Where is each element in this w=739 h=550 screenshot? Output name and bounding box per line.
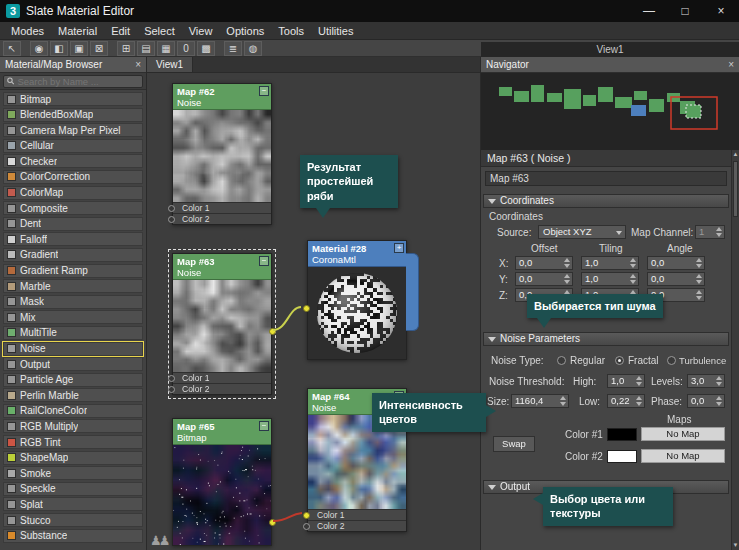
spinner-arrows-icon[interactable] bbox=[629, 274, 637, 284]
radio-fractal-label[interactable]: Fractal bbox=[628, 355, 659, 366]
browser-item-noise[interactable]: Noise bbox=[3, 342, 143, 356]
browser-item[interactable]: Particle Age bbox=[3, 373, 143, 387]
close-icon[interactable]: × bbox=[728, 59, 734, 70]
node-header[interactable]: Map #65 Bitmap − bbox=[173, 419, 271, 445]
pick-material-from-object-icon[interactable]: ◉ bbox=[30, 41, 48, 56]
high-spinner[interactable]: 1,0 bbox=[607, 374, 645, 388]
slot-color2[interactable]: Color 2 bbox=[308, 520, 406, 531]
hide-unused-nodeslots-icon[interactable]: ▤ bbox=[137, 41, 155, 56]
browser-item[interactable]: BlendedBoxMap bbox=[3, 108, 143, 122]
expand-node-icon[interactable]: + bbox=[394, 243, 404, 253]
output-pin[interactable] bbox=[269, 519, 276, 526]
map-channel-spinner[interactable]: 1 bbox=[695, 225, 725, 239]
browser-item[interactable]: Mix bbox=[3, 310, 143, 324]
color2-swatch[interactable] bbox=[607, 450, 637, 463]
input-pin[interactable] bbox=[168, 205, 175, 212]
browser-item[interactable]: Composite bbox=[3, 201, 143, 215]
browser-item[interactable]: MultiTile bbox=[3, 326, 143, 340]
menu-modes[interactable]: Modes bbox=[4, 25, 51, 37]
spinner-arrows-icon[interactable] bbox=[715, 227, 723, 237]
menu-tools[interactable]: Tools bbox=[271, 25, 311, 37]
collapse-node-icon[interactable]: − bbox=[259, 421, 269, 431]
browser-item[interactable]: Falloff bbox=[3, 232, 143, 246]
browser-item-bitmap[interactable]: Bitmap bbox=[3, 92, 143, 106]
input-pin[interactable] bbox=[168, 216, 175, 223]
rollout-coordinates[interactable]: Coordinates bbox=[483, 194, 729, 208]
y-angle-spinner[interactable]: 0,0 bbox=[647, 272, 705, 286]
rollout-noise-parameters[interactable]: Noise Parameters bbox=[483, 332, 729, 346]
browser-item[interactable]: RGB Multiply bbox=[3, 419, 143, 433]
node-name-field[interactable]: Map #63 bbox=[485, 171, 727, 186]
browser-item[interactable]: Cellular bbox=[3, 139, 143, 153]
menu-options[interactable]: Options bbox=[219, 25, 271, 37]
params-scrollbar[interactable]: ▲ ▼ bbox=[731, 150, 739, 550]
phase-spinner[interactable]: 0,0 bbox=[687, 394, 725, 408]
maximize-button[interactable]: □ bbox=[667, 0, 703, 22]
spinner-arrows-icon[interactable] bbox=[559, 396, 567, 406]
show-shaded-material-icon[interactable]: 0 bbox=[177, 41, 195, 56]
browser-item[interactable]: ColorCorrection bbox=[3, 170, 143, 184]
output-pin[interactable] bbox=[269, 328, 276, 335]
x-offset-spinner[interactable]: 0,0 bbox=[515, 256, 573, 270]
browser-item[interactable]: ColorMap bbox=[3, 186, 143, 200]
browser-item[interactable]: Gradient Ramp bbox=[3, 264, 143, 278]
menu-edit[interactable]: Edit bbox=[104, 25, 137, 37]
y-offset-spinner[interactable]: 0,0 bbox=[515, 272, 573, 286]
node-material28[interactable]: Material #28 CoronaMtl + bbox=[307, 240, 407, 360]
material-preview-update-icon[interactable]: ◍ bbox=[244, 41, 262, 56]
browser-item[interactable]: Output bbox=[3, 357, 143, 371]
slot-color1[interactable]: Color 1 bbox=[173, 202, 271, 213]
size-spinner[interactable]: 1160,4 bbox=[511, 394, 569, 408]
put-material-to-scene-icon[interactable]: ◧ bbox=[50, 41, 68, 56]
x-angle-spinner[interactable]: 0,0 bbox=[647, 256, 705, 270]
scroll-up-icon[interactable]: ▲ bbox=[732, 150, 739, 159]
slot-color1[interactable]: Color 1 bbox=[173, 372, 271, 383]
input-pin[interactable] bbox=[168, 375, 175, 382]
browser-item[interactable]: Mask bbox=[3, 295, 143, 309]
browser-item[interactable]: Gradient bbox=[3, 248, 143, 262]
node-header[interactable]: Map #63 Noise − bbox=[173, 254, 271, 280]
color2-map-button[interactable]: No Map bbox=[641, 449, 725, 463]
browser-item[interactable]: Smoke bbox=[3, 466, 143, 480]
slot-color2[interactable]: Color 2 bbox=[173, 383, 271, 394]
slot-color1[interactable]: Color 1 bbox=[308, 509, 406, 520]
browser-item[interactable]: RGB Tint bbox=[3, 435, 143, 449]
x-tiling-spinner[interactable]: 1,0 bbox=[581, 256, 639, 270]
node-view-canvas[interactable]: View1 Map #62 Noise − Color 1 Color 2 Ma… bbox=[147, 57, 481, 550]
radio-turbulence[interactable] bbox=[667, 356, 676, 365]
node-header[interactable]: Material #28 CoronaMtl + bbox=[308, 241, 406, 267]
browser-item[interactable]: RailCloneColor bbox=[3, 404, 143, 418]
browser-item[interactable]: Stucco bbox=[3, 513, 143, 527]
close-button[interactable]: × bbox=[703, 0, 739, 22]
input-pin[interactable] bbox=[168, 386, 175, 393]
spinner-arrows-icon[interactable] bbox=[563, 258, 571, 268]
scrollbar-thumb[interactable] bbox=[733, 161, 738, 217]
radio-fractal[interactable] bbox=[615, 356, 624, 365]
browser-item[interactable]: Checker bbox=[3, 154, 143, 168]
right-panel-tab[interactable]: View1 bbox=[596, 44, 623, 55]
material-side-tab[interactable] bbox=[406, 253, 419, 331]
source-dropdown[interactable]: Object XYZ bbox=[538, 225, 626, 239]
select-tool-icon[interactable]: ↖ bbox=[3, 41, 21, 56]
assign-material-to-selection-icon[interactable]: ▣ bbox=[70, 41, 88, 56]
input-pin[interactable] bbox=[303, 512, 310, 519]
color1-swatch[interactable] bbox=[607, 428, 637, 441]
spinner-arrows-icon[interactable] bbox=[563, 274, 571, 284]
menu-select[interactable]: Select bbox=[137, 25, 182, 37]
radio-regular-label[interactable]: Regular bbox=[570, 355, 605, 366]
node-header[interactable]: Map #62 Noise − bbox=[173, 84, 271, 110]
show-grid-icon[interactable]: ▩ bbox=[197, 41, 215, 56]
browser-item[interactable]: Perlin Marble bbox=[3, 388, 143, 402]
browser-item[interactable]: Splat bbox=[3, 497, 143, 511]
menu-material[interactable]: Material bbox=[51, 25, 104, 37]
menu-utilities[interactable]: Utilities bbox=[311, 25, 360, 37]
node-map62[interactable]: Map #62 Noise − Color 1 Color 2 bbox=[172, 83, 272, 225]
navigator-minimap[interactable] bbox=[481, 73, 739, 154]
move-children-icon[interactable]: ⊞ bbox=[117, 41, 135, 56]
input-pin[interactable] bbox=[303, 305, 310, 312]
minimize-button[interactable]: — bbox=[631, 0, 667, 22]
levels-spinner[interactable]: 3,0 bbox=[687, 374, 725, 388]
spinner-arrows-icon[interactable] bbox=[715, 396, 723, 406]
spinner-arrows-icon[interactable] bbox=[629, 258, 637, 268]
delete-selected-icon[interactable]: ⊠ bbox=[90, 41, 108, 56]
